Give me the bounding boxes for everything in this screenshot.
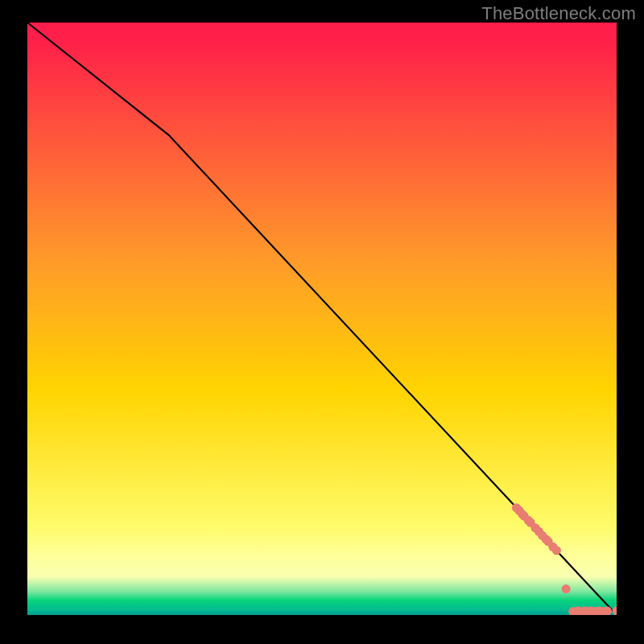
- data-point: [603, 606, 612, 615]
- data-point: [561, 584, 570, 593]
- plot-area: [27, 23, 617, 615]
- chart-svg: [27, 23, 617, 615]
- attribution-label: TheBottleneck.com: [481, 3, 636, 24]
- data-point: [552, 546, 561, 555]
- chart-root: { "attribution": "TheBottleneck.com", "c…: [0, 0, 644, 644]
